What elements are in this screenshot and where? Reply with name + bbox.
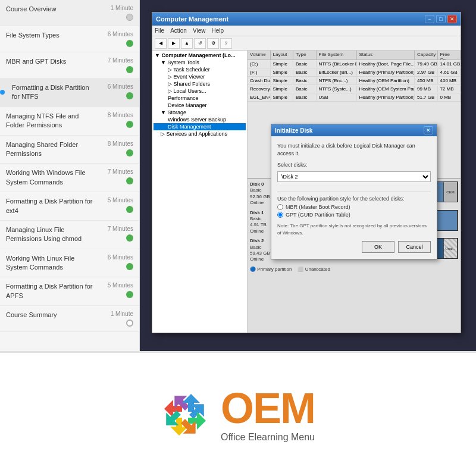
- modal-close-button[interactable]: ✕: [424, 126, 433, 134]
- window-titlebar: Computer Management − □ ✕: [152, 12, 461, 26]
- dot-indicator: [126, 234, 133, 242]
- dot-indicator: [126, 177, 133, 184]
- bottom-section: OEM Office Elearning Menu: [0, 351, 476, 476]
- sidebar-item-format-ext4[interactable]: Formatting a Disk Partition for ext4 5 M…: [0, 192, 139, 221]
- tree-item-system-tools[interactable]: ▼ System Tools: [154, 59, 246, 66]
- window-title: Computer Management: [156, 15, 228, 23]
- modal-titlebar: Initialize Disk ✕: [271, 124, 437, 136]
- window-body: ▼ Computer Management (Lo... ▼ System To…: [152, 51, 461, 333]
- toolbar: ◀ ▶ ▲ ↺ ⚙ ?: [152, 36, 461, 51]
- dot-indicator: [126, 121, 133, 128]
- dot-indicator: [126, 40, 133, 47]
- disk-panel: Volume Layout Type File System Status Ca…: [248, 51, 461, 333]
- radio-mbr-input[interactable]: [277, 204, 283, 210]
- initialize-disk-dialog: Initialize Disk ✕ You must initialize a …: [271, 124, 437, 259]
- tree-item-services[interactable]: ▷ Services and Applications: [154, 130, 246, 137]
- dot-indicator: [126, 92, 133, 99]
- main-content: Computer Management − □ ✕ File Action Vi…: [140, 0, 476, 351]
- sidebar-item-windows-fs-commands[interactable]: Working With Windows File System Command…: [0, 164, 139, 192]
- radio-gpt[interactable]: GPT (GUID Partition Table): [277, 212, 431, 218]
- radio-mbr-label: MBR (Master Boot Record): [286, 204, 350, 210]
- modal-cancel-button[interactable]: Cancel: [398, 241, 431, 253]
- radio-gpt-label: GPT (GUID Partition Table): [286, 212, 350, 218]
- oem-title: OEM: [221, 387, 315, 430]
- modal-note: Note: The GPT partition style is not rec…: [277, 223, 431, 236]
- top-section: Course Overview 1 Minute File System Typ…: [0, 0, 476, 351]
- sidebar: Course Overview 1 Minute File System Typ…: [0, 0, 140, 351]
- radio-gpt-input[interactable]: [277, 212, 283, 218]
- toolbar-btn-refresh[interactable]: ↺: [194, 38, 206, 49]
- dot-indicator: [126, 14, 133, 21]
- dot-indicator: [126, 291, 133, 298]
- dot-indicator: [126, 263, 133, 270]
- dot-indicator: [126, 320, 133, 327]
- sidebar-item-shared-folder[interactable]: Managing Shared Folder Permissions 8 Min…: [0, 136, 139, 164]
- modal-select-label: Select disks:: [277, 162, 431, 168]
- oem-subtitle: Office Elearning Menu: [221, 432, 315, 443]
- sidebar-item-mbr-gpt[interactable]: MBR and GPT Disks 7 Minutes: [0, 52, 139, 79]
- minimize-button[interactable]: −: [425, 15, 434, 23]
- tree-item-windows-backup[interactable]: Windows Server Backup: [154, 116, 246, 123]
- partition-label: Use the following partition style for th…: [277, 196, 431, 202]
- tree-item-event-viewer[interactable]: ▷ Event Viewer: [154, 73, 246, 80]
- modal-body: You must initialize a disk before Logica…: [271, 136, 437, 259]
- toolbar-btn-up[interactable]: ▲: [181, 38, 193, 49]
- sidebar-item-linux-chmod[interactable]: Managing Linux File Permissions Using ch…: [0, 221, 139, 249]
- sidebar-item-format-apfs[interactable]: Formatting a Disk Partition for APFS 5 M…: [0, 277, 139, 306]
- window-controls: − □ ✕: [425, 15, 457, 23]
- tree-panel: ▼ Computer Management (Lo... ▼ System To…: [152, 51, 248, 333]
- menu-bar: File Action View Help: [152, 26, 461, 36]
- sidebar-item-ntfs-permissions[interactable]: Managing NTFS File and Folder Permission…: [0, 107, 139, 136]
- tree-item-device-manager[interactable]: Device Manager: [154, 102, 246, 109]
- tree-item-computer[interactable]: ▼ Computer Management (Lo...: [154, 52, 246, 59]
- menu-file[interactable]: File: [155, 27, 164, 34]
- modal-ok-button[interactable]: OK: [362, 241, 394, 253]
- tree-item-storage[interactable]: ▼ Storage: [154, 109, 246, 116]
- radio-group: MBR (Master Boot Record) GPT (GUID Parti…: [277, 204, 431, 218]
- modal-title: Initialize Disk: [275, 127, 312, 134]
- modal-buttons: OK Cancel: [277, 241, 431, 253]
- toolbar-btn-forward[interactable]: ▶: [168, 38, 180, 49]
- toolbar-btn-properties[interactable]: ⚙: [207, 38, 219, 49]
- sidebar-item-linux-fs-commands[interactable]: Working With Linux File System Commands …: [0, 249, 139, 278]
- dot-indicator: [126, 66, 133, 73]
- oem-logo-svg: [161, 391, 209, 439]
- oem-branding: OEM Office Elearning Menu: [161, 387, 315, 443]
- tree-item-task-scheduler[interactable]: ▷ Task Scheduler: [154, 66, 246, 73]
- oem-text-block: OEM Office Elearning Menu: [221, 387, 315, 443]
- tree-item-performance[interactable]: Performance: [154, 95, 246, 102]
- dot-indicator: [126, 206, 133, 213]
- oem-logo: [161, 391, 209, 439]
- close-button[interactable]: ✕: [447, 15, 457, 23]
- toolbar-btn-help[interactable]: ?: [220, 38, 232, 49]
- tree-item-disk-management[interactable]: Disk Management: [154, 123, 246, 130]
- menu-help[interactable]: Help: [211, 27, 224, 34]
- tree-item-shared-folders[interactable]: ▷ Shared Folders: [154, 80, 246, 87]
- active-indicator: [0, 90, 5, 95]
- toolbar-btn-back[interactable]: ◀: [155, 38, 167, 49]
- disk-select[interactable]: \Disk 2: [277, 171, 431, 182]
- maximize-button[interactable]: □: [436, 15, 446, 23]
- dot-indicator: [126, 149, 133, 156]
- sidebar-item-file-system-types[interactable]: File System Types 6 Minutes: [0, 26, 139, 52]
- sidebar-item-course-summary[interactable]: Course Summary 1 Minute: [0, 306, 139, 332]
- modal-overlay: Initialize Disk ✕ You must initialize a …: [248, 51, 461, 333]
- modal-description: You must initialize a disk before Logica…: [277, 142, 431, 157]
- modal-separator: [277, 192, 431, 192]
- tree-item-local-users[interactable]: ▷ Local Users...: [154, 87, 246, 95]
- menu-view[interactable]: View: [193, 27, 206, 34]
- computer-management-window: Computer Management − □ ✕ File Action Vi…: [152, 12, 461, 333]
- sidebar-item-format-ntfs[interactable]: Formatting a Disk Partition for NTFS 6 M…: [0, 79, 139, 107]
- sidebar-item-course-overview[interactable]: Course Overview 1 Minute: [0, 0, 139, 26]
- radio-mbr[interactable]: MBR (Master Boot Record): [277, 204, 431, 210]
- menu-action[interactable]: Action: [170, 27, 187, 34]
